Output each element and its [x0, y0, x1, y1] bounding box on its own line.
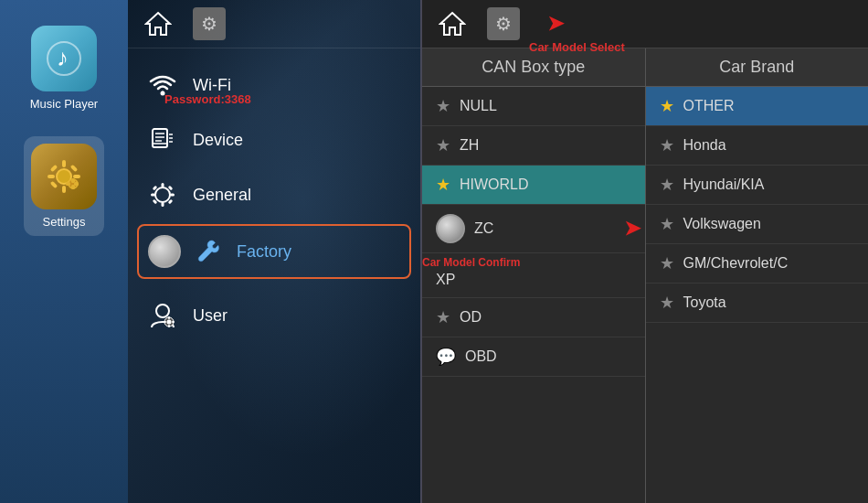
star-honda: ★: [660, 135, 674, 155]
brand-label-volkswagen: Volkswagen: [683, 216, 761, 232]
star-hiworld: ★: [436, 175, 450, 195]
can-label-xp: XP: [436, 272, 455, 288]
can-label-zh: ZH: [460, 137, 479, 154]
svg-point-26: [155, 187, 170, 202]
settings-menu-panel: ⚙ Wi-Fi ➤: [128, 0, 420, 503]
brand-item-hyundai[interactable]: ★ Hyundai/KIA: [646, 166, 869, 205]
svg-text:♪: ♪: [57, 44, 69, 71]
can-item-xp[interactable]: XP: [422, 253, 645, 298]
zc-toggle: [436, 214, 465, 243]
car-model-select-arrow: ➤: [547, 12, 564, 36]
star-toyota: ★: [660, 293, 674, 313]
can-label-od: OD: [460, 309, 482, 326]
star-hyundai: ★: [660, 175, 674, 195]
svg-rect-4: [62, 186, 66, 193]
can-box-column: CAN Box type ★ NULL ★ ZH ★ HIWORLD ZC: [422, 48, 646, 503]
can-item-od[interactable]: ★ OD: [422, 298, 645, 337]
settings-label: Settings: [43, 215, 86, 229]
sidebar-item-settings[interactable]: Settings: [24, 136, 104, 236]
home-button[interactable]: [142, 9, 175, 38]
car-model-body: CAN Box type ★ NULL ★ ZH ★ HIWORLD ZC: [422, 48, 868, 503]
svg-rect-27: [162, 183, 164, 187]
brand-label-toyota: Toyota: [683, 294, 726, 311]
svg-rect-41: [172, 321, 175, 323]
music-player-label: Music Player: [30, 97, 98, 111]
gear-icon: ⚙: [201, 13, 217, 35]
brand-item-honda[interactable]: ★ Honda: [646, 126, 869, 166]
sidebar: ♪ Music Player: [0, 0, 128, 503]
can-item-zh[interactable]: ★ ZH: [422, 126, 645, 166]
svg-rect-3: [62, 160, 66, 167]
svg-rect-38: [168, 316, 170, 319]
svg-rect-12: [71, 178, 75, 183]
can-label-null: NULL: [460, 98, 497, 114]
svg-rect-18: [153, 129, 167, 147]
svg-rect-40: [164, 321, 166, 323]
settings-gear-button[interactable]: ⚙: [193, 7, 226, 40]
menu-item-device[interactable]: ➤ Device ➤ Password:33: [128, 112, 420, 167]
general-icon: [146, 178, 179, 211]
music-player-icon-box: ♪: [31, 26, 97, 91]
factory-label: Factory: [237, 242, 291, 262]
svg-rect-9: [50, 181, 58, 188]
factory-wrench-icon: [190, 235, 223, 268]
general-label: General: [193, 186, 251, 205]
zc-confirm-arrow: ➤: [624, 217, 640, 241]
sidebar-item-music-player[interactable]: ♪ Music Player: [23, 18, 105, 118]
obd-icon: 💬: [436, 347, 456, 367]
device-icon: [146, 123, 179, 156]
can-box-header: CAN Box type: [422, 48, 645, 87]
car-model-header: ⚙ ➤ Car Model Select: [422, 0, 868, 48]
can-label-obd: OBD: [465, 348, 497, 365]
brand-item-toyota[interactable]: ★ Toyota: [646, 284, 869, 323]
svg-rect-28: [162, 202, 164, 207]
star-other: ★: [660, 96, 674, 116]
car-gear-icon: ⚙: [495, 13, 512, 35]
svg-rect-30: [170, 194, 175, 197]
factory-toggle-knob[interactable]: [148, 235, 181, 268]
brand-label-gm: GM/Chevrolet/C: [683, 255, 789, 272]
star-volkswagen: ★: [660, 214, 674, 234]
can-label-zc: ZC: [474, 220, 493, 237]
menu-item-user[interactable]: User: [128, 288, 420, 343]
car-brand-column: Car Brand ★ OTHER ★ Honda ★ Hyundai/KIA …: [646, 48, 869, 503]
svg-marker-16: [146, 13, 170, 35]
car-home-button[interactable]: [436, 9, 469, 38]
password-annotation: Password:3368: [164, 92, 251, 106]
can-item-zc[interactable]: ZC ➤ Car Model Confirm: [422, 205, 645, 253]
device-label: Device: [193, 131, 243, 150]
star-zh: ★: [436, 135, 450, 155]
svg-rect-5: [48, 175, 55, 178]
brand-label-hyundai: Hyundai/KIA: [683, 177, 765, 193]
can-item-hiworld[interactable]: ★ HIWORLD: [422, 166, 645, 205]
menu-item-general[interactable]: General: [128, 167, 420, 222]
user-label: User: [193, 306, 228, 326]
user-icon: [146, 299, 179, 332]
svg-point-35: [156, 305, 169, 317]
svg-marker-42: [440, 13, 464, 35]
svg-rect-39: [168, 325, 170, 327]
settings-panel-header: ⚙: [128, 0, 420, 48]
svg-rect-6: [73, 175, 80, 178]
svg-rect-15: [74, 182, 79, 186]
brand-item-other[interactable]: ★ OTHER: [646, 87, 869, 126]
star-gm: ★: [660, 253, 674, 273]
car-model-select-label: Car Model Select: [529, 40, 625, 54]
brand-item-volkswagen[interactable]: ★ Volkswagen: [646, 205, 869, 244]
car-model-select-area: ➤ Car Model Select: [547, 12, 564, 36]
car-gear-button[interactable]: ⚙: [487, 7, 520, 40]
settings-menu-list: Wi-Fi ➤ Device: [128, 48, 420, 352]
svg-rect-13: [71, 185, 75, 189]
can-item-obd[interactable]: 💬 OBD: [422, 337, 645, 377]
svg-rect-8: [70, 165, 78, 172]
car-brand-header: Car Brand: [646, 48, 869, 87]
brand-item-gm[interactable]: ★ GM/Chevrolet/C: [646, 244, 869, 284]
can-item-null[interactable]: ★ NULL: [422, 87, 645, 126]
svg-point-37: [167, 320, 172, 325]
settings-icon-box: [31, 144, 97, 209]
menu-item-factory[interactable]: Factory: [137, 224, 411, 279]
can-label-hiworld: HIWORLD: [460, 177, 529, 193]
svg-rect-29: [151, 194, 155, 197]
svg-rect-14: [66, 182, 70, 186]
brand-label-other: OTHER: [683, 98, 735, 114]
